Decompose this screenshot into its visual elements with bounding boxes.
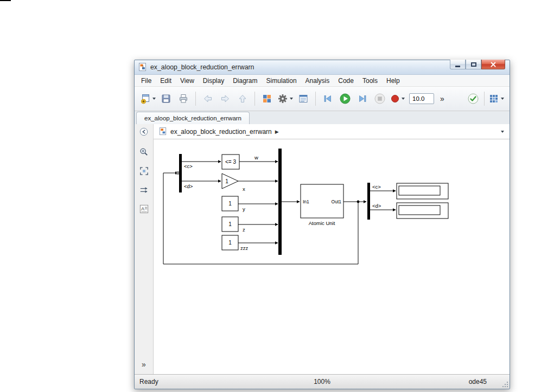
menu-item-analysis[interactable]: Analysis [301, 76, 334, 86]
menu-item-code[interactable]: Code [334, 76, 358, 86]
toolbar-overflow-button[interactable]: » [437, 94, 447, 103]
constant-block-y[interactable]: 1 [222, 196, 238, 211]
fit-to-view-icon [139, 166, 149, 176]
save-button[interactable] [158, 91, 174, 107]
svg-text:A: A [141, 205, 144, 211]
signal-label-y[interactable]: y [243, 206, 245, 212]
bus-selector-left[interactable] [176, 154, 182, 192]
atomic-subsystem-name[interactable]: Atomic Unit [309, 220, 335, 226]
record-dropdown-icon[interactable] [402, 98, 405, 100]
titlebar[interactable]: ex_aloop_block_reduction_errwarn [135, 60, 510, 75]
signal-label-z[interactable]: z [243, 227, 245, 233]
fit-to-view-button[interactable] [138, 165, 150, 177]
model-settings-button[interactable] [276, 91, 294, 107]
menu-item-display[interactable]: Display [199, 76, 228, 86]
toolbar: » [135, 87, 510, 111]
model-explorer-icon [298, 93, 309, 104]
mux-block[interactable] [278, 149, 282, 255]
forward-button[interactable] [217, 91, 233, 107]
simulink-model-icon [138, 63, 147, 72]
model-tab[interactable]: ex_aloop_block_reduction_errwarn [136, 112, 250, 124]
stop-button[interactable] [372, 91, 388, 107]
gain-block-label: 1 [225, 178, 228, 184]
constant-block-zzz[interactable]: 1 [222, 235, 238, 250]
resize-grip[interactable] [501, 381, 508, 387]
display-block-bottom[interactable] [397, 203, 448, 219]
signal-routing-button[interactable] [138, 184, 150, 196]
constant-zzz-label: 1 [228, 240, 232, 246]
step-back-icon [322, 93, 333, 104]
signal-label-zzz[interactable]: zzz [240, 245, 249, 251]
palette-overflow-button[interactable]: » [142, 360, 146, 369]
back-button[interactable] [200, 91, 216, 107]
signal-label-x[interactable]: x [243, 186, 245, 192]
explorer-bar-toggle-button[interactable] [135, 124, 154, 139]
signal-label-w[interactable]: w [254, 155, 258, 160]
annotation-icon: A [139, 204, 149, 214]
print-button[interactable] [175, 91, 192, 107]
compare-block[interactable]: <= 3 [222, 155, 239, 169]
diagram-canvas[interactable]: <c> <d> <= 3 w 1 x [154, 139, 510, 374]
menu-item-file[interactable]: File [137, 76, 156, 86]
print-icon [178, 93, 189, 104]
breadcrumb-caret-icon[interactable]: ▶ [275, 129, 279, 134]
minimize-icon [455, 66, 460, 67]
menu-item-diagram[interactable]: Diagram [228, 76, 262, 86]
library-browser-button[interactable] [259, 91, 275, 107]
maximize-icon [471, 62, 476, 67]
menu-item-edit[interactable]: Edit [156, 76, 176, 86]
constant-z-label: 1 [228, 221, 232, 227]
forward-icon [220, 93, 231, 104]
atomic-subsystem-block[interactable]: In1 Out1 [301, 184, 343, 218]
constant-y-label: 1 [228, 201, 232, 207]
menubar: File Edit View Display Diagram Simulatio… [135, 75, 510, 87]
branch-point[interactable] [357, 201, 360, 203]
up-button[interactable] [234, 91, 251, 107]
update-diagram-button[interactable] [465, 91, 481, 107]
minimize-button[interactable] [450, 60, 466, 69]
signal-label-c-right[interactable]: <c> [372, 184, 381, 190]
library-browser-icon [262, 93, 272, 104]
annotation-button[interactable]: A [138, 203, 150, 215]
record-icon [390, 94, 400, 104]
zoom-button[interactable] [138, 146, 150, 158]
breadcrumb-label[interactable]: ex_aloop_block_reduction_errwarn [170, 128, 272, 136]
bus-selector-right[interactable] [367, 183, 370, 220]
deploy-hardware-button[interactable] [487, 91, 505, 107]
toolbar-separator [315, 92, 316, 106]
maximize-button[interactable] [466, 60, 481, 69]
atomic-inport-label: In1 [303, 199, 309, 204]
toolbar-right-cluster [465, 91, 505, 107]
new-model-dropdown-icon[interactable] [152, 98, 156, 100]
explorer-toggle-icon [139, 127, 149, 137]
simulink-window: ex_aloop_block_reduction_errwarn File Ed… [134, 60, 510, 389]
compare-block-label: <= 3 [225, 159, 236, 165]
close-button[interactable] [481, 60, 505, 69]
solver-name[interactable]: ode45 [469, 378, 487, 385]
signal-label-d-right[interactable]: <d> [372, 203, 381, 209]
deploy-dropdown-icon[interactable] [501, 98, 504, 100]
new-model-button[interactable] [139, 91, 157, 107]
run-button[interactable] [337, 91, 353, 107]
signal-label-c-left[interactable]: <c> [184, 163, 193, 169]
close-icon [490, 62, 497, 67]
menu-item-help[interactable]: Help [382, 76, 404, 86]
menu-item-view[interactable]: View [176, 76, 199, 86]
editor-body: A » [135, 139, 510, 374]
step-back-button[interactable] [320, 91, 336, 107]
model-explorer-button[interactable] [295, 91, 311, 107]
signal-label-d-left[interactable]: <d> [184, 183, 193, 189]
record-button[interactable] [389, 91, 406, 107]
breadcrumb-dropdown-icon[interactable] [501, 131, 504, 133]
settings-dropdown-icon[interactable] [290, 98, 293, 100]
stop-time-input[interactable] [409, 93, 434, 104]
breadcrumb[interactable]: ex_aloop_block_reduction_errwarn ▶ [154, 124, 510, 139]
gain-block[interactable]: 1 [222, 173, 238, 189]
display-block-top[interactable] [397, 183, 448, 199]
menu-item-simulation[interactable]: Simulation [262, 76, 301, 86]
menu-item-tools[interactable]: Tools [358, 76, 382, 86]
constant-block-z[interactable]: 1 [222, 217, 238, 232]
settings-gear-icon [277, 93, 288, 104]
step-forward-button[interactable] [354, 91, 371, 107]
block-diagram: <c> <d> <= 3 w 1 x [154, 139, 510, 375]
